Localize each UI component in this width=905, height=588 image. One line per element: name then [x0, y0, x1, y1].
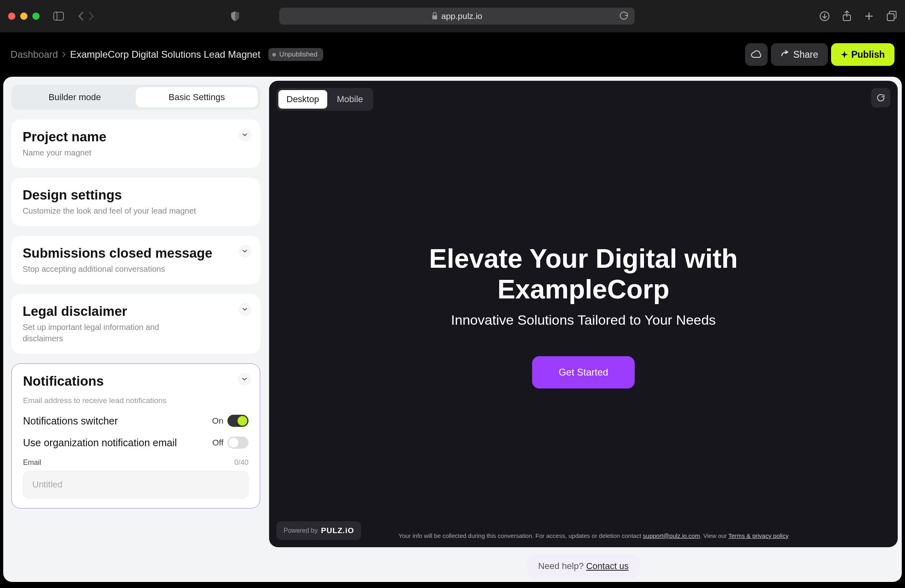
forward-button-icon[interactable]: [88, 11, 95, 21]
card-title: Project name: [23, 129, 249, 145]
device-tab-desktop[interactable]: Desktop: [278, 90, 327, 109]
back-button-icon[interactable]: [78, 11, 84, 21]
url-bar[interactable]: app.pulz.io: [279, 8, 635, 25]
card-legal-disclaimer[interactable]: Legal disclaimer Set up important legal …: [11, 294, 260, 354]
minimize-window-icon[interactable]: [20, 13, 27, 20]
card-title: Legal disclaimer: [23, 304, 249, 319]
breadcrumb-separator-icon: [62, 51, 66, 58]
chevron-down-icon[interactable]: [238, 245, 251, 258]
tab-basic-settings[interactable]: Basic Settings: [136, 87, 258, 107]
card-subtitle: Name your magnet: [23, 147, 249, 158]
app-header: Dashboard ExampleCorp Digital Solutions …: [0, 32, 905, 77]
maximize-window-icon[interactable]: [32, 13, 40, 20]
card-design-settings[interactable]: Design settings Customize the look and f…: [11, 178, 260, 226]
email-char-counter: 0/40: [234, 458, 248, 467]
card-subtitle: Set up important legal information and d…: [23, 321, 176, 344]
card-desc: Email address to receive lead notificati…: [23, 396, 248, 405]
chevron-down-icon[interactable]: [238, 128, 251, 141]
svg-rect-0: [54, 12, 63, 20]
reload-icon[interactable]: [619, 12, 628, 21]
toggle-row-notifications: Notifications switcher On: [23, 415, 248, 427]
share-button[interactable]: Share: [771, 43, 828, 66]
new-tab-icon[interactable]: [864, 11, 874, 21]
settings-sidebar: Builder mode Basic Settings Project name…: [7, 81, 264, 578]
toggle-label: Notifications switcher: [23, 415, 118, 427]
card-subtitle: Stop accepting additional conversations: [23, 263, 249, 275]
privacy-shield-icon[interactable]: [227, 8, 243, 24]
share-arrow-icon: [781, 50, 789, 59]
preview-panel: Desktop Mobile Elevate Your Digital with…: [269, 81, 898, 578]
chevron-down-icon[interactable]: [238, 373, 251, 386]
tabs-icon[interactable]: [886, 11, 897, 21]
toggle-row-org-email: Use organization notification email Off: [23, 437, 248, 449]
card-title: Notifications: [23, 374, 248, 389]
disclaimer-text: Your info will be collected during this …: [361, 531, 826, 540]
url-text: app.pulz.io: [441, 11, 482, 21]
org-email-toggle[interactable]: [227, 437, 248, 449]
svg-rect-2: [432, 15, 437, 19]
notifications-toggle[interactable]: [227, 415, 248, 427]
terms-link[interactable]: Terms & privacy policy: [728, 532, 789, 539]
breadcrumb: Dashboard ExampleCorp Digital Solutions …: [11, 48, 323, 61]
powered-by-badge[interactable]: Powered by PULZ.iO: [276, 521, 361, 540]
email-input[interactable]: [23, 471, 248, 498]
card-notifications: Notifications Email address to receive l…: [11, 363, 260, 508]
lock-icon: [431, 12, 438, 20]
help-bar: Need help? Contact us: [527, 554, 640, 578]
brand-logo: PULZ.iO: [321, 526, 354, 535]
refresh-preview-button[interactable]: [871, 88, 890, 107]
device-tab-mobile[interactable]: Mobile: [329, 90, 371, 109]
support-email-link[interactable]: support@pulz.io.com: [643, 532, 700, 539]
breadcrumb-project[interactable]: ExampleCorp Digital Solutions Lead Magne…: [70, 49, 260, 60]
hero-title: Elevate Your Digital with ExampleCorp: [402, 244, 765, 305]
device-switcher: Desktop Mobile: [276, 88, 373, 111]
hero-subtitle: Innovative Solutions Tailored to Your Ne…: [451, 312, 716, 328]
sparkle-icon: [841, 51, 848, 58]
contact-us-link[interactable]: Contact us: [586, 561, 629, 571]
tab-builder-mode[interactable]: Builder mode: [14, 87, 136, 107]
publish-button[interactable]: Publish: [831, 43, 894, 66]
share-icon[interactable]: [842, 10, 852, 22]
email-field-label: Email: [23, 458, 41, 467]
breadcrumb-dashboard[interactable]: Dashboard: [11, 49, 58, 60]
cloud-save-button[interactable]: [745, 43, 768, 66]
svg-rect-5: [887, 14, 894, 21]
card-submissions-closed[interactable]: Submissions closed message Stop acceptin…: [11, 236, 260, 284]
close-window-icon[interactable]: [8, 13, 15, 20]
get-started-button[interactable]: Get Started: [532, 356, 635, 388]
card-project-name[interactable]: Project name Name your magnet: [11, 120, 260, 168]
card-title: Design settings: [23, 187, 249, 203]
toggle-label: Use organization notification email: [23, 437, 177, 449]
card-subtitle: Customize the look and feel of your lead…: [23, 205, 249, 216]
card-title: Submissions closed message: [23, 246, 249, 261]
sidebar-toggle-icon[interactable]: [51, 8, 67, 24]
toggle-state-text: On: [212, 416, 223, 426]
toggle-state-text: Off: [212, 438, 223, 447]
chevron-down-icon[interactable]: [238, 303, 251, 316]
window-controls: [8, 13, 40, 20]
status-badge: Unpublished: [268, 48, 323, 61]
preview-canvas: Desktop Mobile Elevate Your Digital with…: [269, 81, 898, 547]
mode-switcher: Builder mode Basic Settings: [11, 85, 260, 110]
browser-chrome: app.pulz.io: [0, 0, 905, 32]
download-icon[interactable]: [819, 11, 830, 21]
status-dot-icon: [272, 53, 276, 57]
